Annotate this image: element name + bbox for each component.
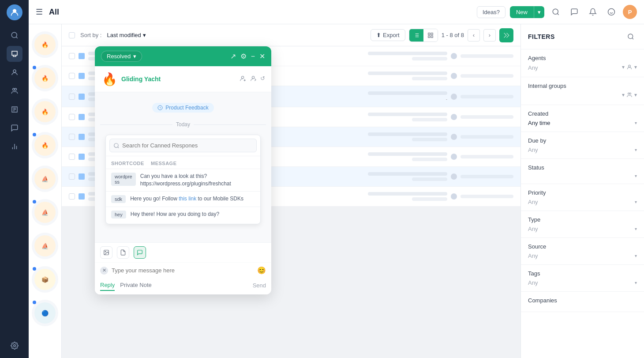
list-item[interactable]: ⛵ xyxy=(32,166,58,192)
type-value[interactable]: Any xyxy=(528,226,538,232)
list-item[interactable]: 📦 xyxy=(32,266,58,293)
list-item[interactable]: 🔵 xyxy=(32,300,58,326)
list-item[interactable]: 🔥 xyxy=(32,98,58,125)
sidebar-icon-contacts[interactable] xyxy=(7,64,22,80)
grid-view-button[interactable] xyxy=(423,29,438,41)
new-dropdown-button[interactable]: ▾ xyxy=(534,6,544,18)
due-by-chevron-icon[interactable]: ▾ xyxy=(635,147,637,152)
created-value[interactable]: Any time xyxy=(528,120,550,126)
agents-value[interactable]: Any xyxy=(528,64,538,71)
tags-value[interactable]: Any xyxy=(528,279,538,286)
sidebar-icon-groups[interactable] xyxy=(7,83,22,99)
filters-panel: FILTERS Agents Any ▾ ▾ xyxy=(520,24,644,358)
row-checkbox[interactable] xyxy=(69,134,75,140)
row-checkbox[interactable] xyxy=(69,53,75,59)
transfer-icon[interactable] xyxy=(250,75,257,83)
canned-tool-button[interactable] xyxy=(134,246,146,259)
close-icon[interactable]: ✕ xyxy=(259,52,265,60)
svg-point-7 xyxy=(608,9,615,15)
svg-rect-9 xyxy=(431,33,433,34)
ideas-button[interactable]: Ideas? xyxy=(477,6,505,18)
source-value[interactable]: Any xyxy=(528,252,538,259)
row-checkbox[interactable] xyxy=(69,154,75,160)
end-button[interactable] xyxy=(499,28,513,42)
user-avatar[interactable]: P xyxy=(623,5,637,19)
search-icon-button[interactable] xyxy=(549,5,563,19)
companies-label: Companies xyxy=(528,297,637,304)
tab-private-note[interactable]: Private Note xyxy=(120,280,152,291)
agents-chevron-icon[interactable]: ▾ xyxy=(622,64,625,72)
sidebar-icon-chat[interactable] xyxy=(7,120,22,136)
canned-item[interactable]: sdk Here you go! Follow this link to our… xyxy=(106,191,260,207)
row-checkbox[interactable] xyxy=(69,73,75,79)
chat-message-input[interactable] xyxy=(112,267,254,274)
resolved-badge[interactable]: Resolved ▾ xyxy=(101,51,142,62)
chat-tabs: Reply Private Note Send xyxy=(95,278,271,294)
assign-icon[interactable] xyxy=(239,75,246,83)
canned-item[interactable]: hey Hey there! How are you doing to day? xyxy=(106,207,260,222)
sidebar-icon-settings[interactable] xyxy=(7,338,22,354)
app-logo[interactable] xyxy=(7,4,22,20)
sidebar-icon-search[interactable] xyxy=(7,27,22,43)
document-tool-button[interactable] xyxy=(117,246,129,259)
select-all-checkbox[interactable] xyxy=(69,32,75,38)
row-checkbox[interactable] xyxy=(69,173,75,180)
created-chevron-icon[interactable]: ▾ xyxy=(635,121,637,125)
list-view-button[interactable] xyxy=(409,29,423,41)
sort-value[interactable]: Last modified ▾ xyxy=(107,32,146,38)
export-icon: ⬆ xyxy=(376,32,381,38)
list-item[interactable]: 🔥 xyxy=(32,65,58,91)
next-page-button[interactable]: › xyxy=(483,29,496,41)
internal-groups-filter: Internal groups ▾ ▾ xyxy=(521,77,644,105)
source-filter: Source Any ▾ xyxy=(521,238,644,265)
chat-panel: Resolved ▾ ↗ ⚙ − ✕ 🔥 Gliding Yacht xyxy=(95,46,271,294)
type-chevron-icon[interactable]: ▾ xyxy=(635,226,637,231)
profile-icon-button[interactable] xyxy=(604,5,618,19)
agents-chevron2-icon[interactable]: ▾ xyxy=(634,64,637,72)
groups-person-icon[interactable] xyxy=(626,92,633,99)
tab-reply[interactable]: Reply xyxy=(100,280,115,291)
sidebar-icon-inbox[interactable] xyxy=(7,46,22,62)
sidebar-icon-docs[interactable] xyxy=(7,102,22,117)
filters-header: FILTERS xyxy=(521,24,644,49)
row-checkbox[interactable] xyxy=(69,114,75,120)
groups-chevron-icon[interactable]: ▾ xyxy=(622,92,625,99)
list-item[interactable]: ⛵ xyxy=(32,233,58,259)
settings-icon[interactable]: ⚙ xyxy=(240,52,247,60)
external-link-icon[interactable]: ↗ xyxy=(230,52,236,60)
canned-list-header: SHORTCODE MESSAGE xyxy=(106,158,260,169)
source-chevron-icon[interactable]: ▾ xyxy=(635,253,637,258)
priority-chevron-icon[interactable]: ▾ xyxy=(635,200,637,204)
tags-chevron-icon[interactable]: ▾ xyxy=(635,280,637,285)
chat-icon-button[interactable] xyxy=(567,5,581,19)
export-button[interactable]: ⬆ Export xyxy=(371,29,405,41)
new-button[interactable]: New xyxy=(510,6,534,18)
filter-search-button[interactable] xyxy=(625,30,637,43)
minimize-icon[interactable]: − xyxy=(251,53,255,60)
bell-icon-button[interactable] xyxy=(586,5,600,19)
list-item[interactable]: 🔥 xyxy=(32,31,58,58)
sidebar-icon-reports[interactable] xyxy=(7,139,22,155)
internal-groups-icons: ▾ ▾ xyxy=(622,92,637,99)
row-checkbox[interactable] xyxy=(69,94,75,100)
refresh-icon[interactable]: ↺ xyxy=(260,75,265,83)
canned-search-input[interactable] xyxy=(109,139,257,152)
priority-value[interactable]: Any xyxy=(528,199,538,205)
send-button[interactable]: Send xyxy=(253,282,266,289)
canned-item[interactable]: wordpress Can you have a look at this? h… xyxy=(106,169,260,191)
row-checkbox[interactable] xyxy=(69,193,75,200)
agents-person-icon[interactable] xyxy=(626,64,633,72)
clear-input-button[interactable]: ✕ xyxy=(100,267,108,275)
emoji-button[interactable]: 😊 xyxy=(257,266,266,275)
due-by-value[interactable]: Any xyxy=(528,147,538,153)
contact-name[interactable]: Gliding Yacht xyxy=(121,75,161,83)
groups-chevron2-icon[interactable]: ▾ xyxy=(634,92,637,99)
list-item[interactable]: 🔥 xyxy=(32,132,58,158)
list-item[interactable]: ⛵ xyxy=(32,199,58,226)
image-tool-button[interactable] xyxy=(100,246,112,259)
status-chevron-icon[interactable]: ▾ xyxy=(635,173,637,178)
svg-point-13 xyxy=(252,76,254,78)
contact-action-icons: ↺ xyxy=(239,75,265,83)
prev-page-button[interactable]: ‹ xyxy=(468,29,480,41)
hamburger-icon[interactable]: ☰ xyxy=(36,7,43,17)
